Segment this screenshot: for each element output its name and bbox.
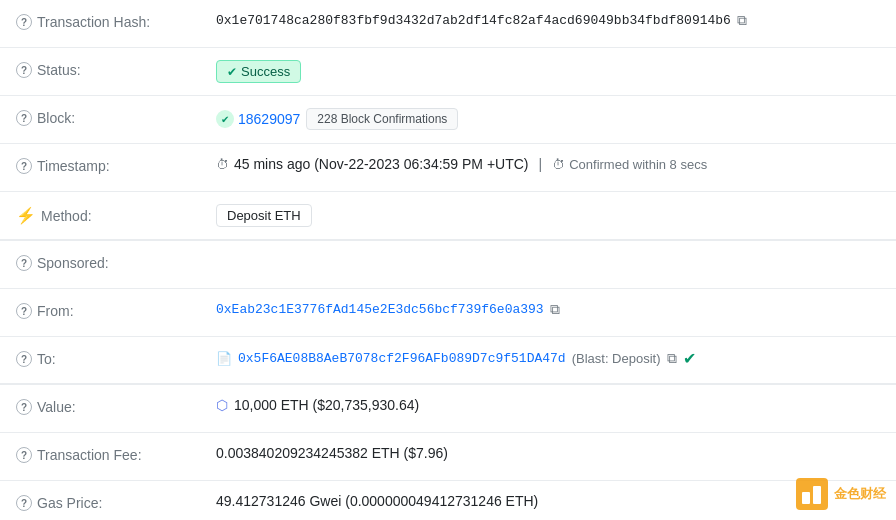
from-value-cell: 0xEab23c1E3776fAd145e2E3dc56bcf739f6e0a3… [216, 301, 880, 318]
transaction-hash: 0x1e701748ca280f83fbf9d3432d7ab2df14fc82… [216, 13, 731, 28]
gas-value: 49.412731246 Gwei (0.000000049412731246 … [216, 493, 538, 509]
status-value-cell: Success [216, 60, 880, 83]
value-label: ? Value: [16, 397, 216, 415]
eth-value: 10,000 ETH ($20,735,930.64) [234, 397, 419, 413]
status-badge: Success [216, 60, 301, 83]
to-label: ? To: [16, 349, 216, 367]
help-icon-value[interactable]: ? [16, 399, 32, 415]
confirmed-text: ⏱ Confirmed within 8 secs [552, 157, 707, 172]
transaction-hash-value-cell: 0x1e701748ca280f83fbf9d3432d7ab2df14fc82… [216, 12, 880, 29]
from-address-link[interactable]: 0xEab23c1E3776fAd145e2E3dc56bcf739f6e0a3… [216, 302, 544, 317]
block-label: ? Block: [16, 108, 216, 126]
value-value-cell: ⬡ 10,000 ETH ($20,735,930.64) [216, 397, 880, 413]
status-label: ? Status: [16, 60, 216, 78]
method-label: ⚡ Method: [16, 204, 216, 225]
to-address-link[interactable]: 0x5F6AE08B8AeB7078cf2F96AFb089D7c9f51DA4… [238, 351, 566, 366]
timestamp-value-cell: ⏱ 45 mins ago (Nov-22-2023 06:34:59 PM +… [216, 156, 880, 172]
clock-icon: ⏱ [216, 157, 229, 172]
copy-hash-icon[interactable]: ⧉ [737, 12, 747, 29]
fee-label: ? Transaction Fee: [16, 445, 216, 463]
copy-to-icon[interactable]: ⧉ [667, 350, 677, 367]
help-icon-block[interactable]: ? [16, 110, 32, 126]
gas-value-cell: 49.412731246 Gwei (0.000000049412731246 … [216, 493, 880, 509]
timestamp-value: ⏱ 45 mins ago (Nov-22-2023 06:34:59 PM +… [216, 156, 529, 172]
transaction-hash-label: ? Transaction Hash: [16, 12, 216, 30]
fee-value: 0.003840209234245382 ETH ($7.96) [216, 445, 448, 461]
watermark: 金色财经 [796, 478, 886, 510]
block-value-cell: 18629097 228 Block Confirmations [216, 108, 880, 130]
from-label: ? From: [16, 301, 216, 319]
watermark-text: 金色财经 [834, 485, 886, 503]
copy-from-icon[interactable]: ⧉ [550, 301, 560, 318]
svg-rect-0 [802, 492, 810, 504]
method-badge: Deposit ETH [216, 204, 312, 227]
timestamp-label: ? Timestamp: [16, 156, 216, 174]
help-icon-status[interactable]: ? [16, 62, 32, 78]
help-icon-fee[interactable]: ? [16, 447, 32, 463]
help-icon-timestamp[interactable]: ? [16, 158, 32, 174]
method-value-cell: Deposit ETH [216, 204, 880, 227]
contract-icon: 📄 [216, 351, 232, 366]
gas-label: ? Gas Price: [16, 493, 216, 511]
help-icon-hash[interactable]: ? [16, 14, 32, 30]
lightning-icon: ⚡ [16, 206, 36, 225]
separator: | [539, 156, 543, 172]
help-icon-to[interactable]: ? [16, 351, 32, 367]
eth-icon: ⬡ [216, 397, 228, 413]
sponsored-label: ? Sponsored: [16, 253, 216, 271]
to-extra-label: (Blast: Deposit) [572, 351, 661, 366]
fee-value-cell: 0.003840209234245382 ETH ($7.96) [216, 445, 880, 461]
help-icon-sponsored[interactable]: ? [16, 255, 32, 271]
timer-icon: ⏱ [552, 157, 565, 172]
verified-icon: ✔ [683, 349, 696, 368]
svg-rect-1 [813, 486, 821, 504]
to-value-cell: 📄 0x5F6AE08B8AeB7078cf2F96AFb089D7c9f51D… [216, 349, 880, 368]
help-icon-gas[interactable]: ? [16, 495, 32, 511]
block-number-link[interactable]: 18629097 [216, 110, 300, 128]
block-confirmations-badge: 228 Block Confirmations [306, 108, 458, 130]
watermark-logo [796, 478, 828, 510]
help-icon-from[interactable]: ? [16, 303, 32, 319]
